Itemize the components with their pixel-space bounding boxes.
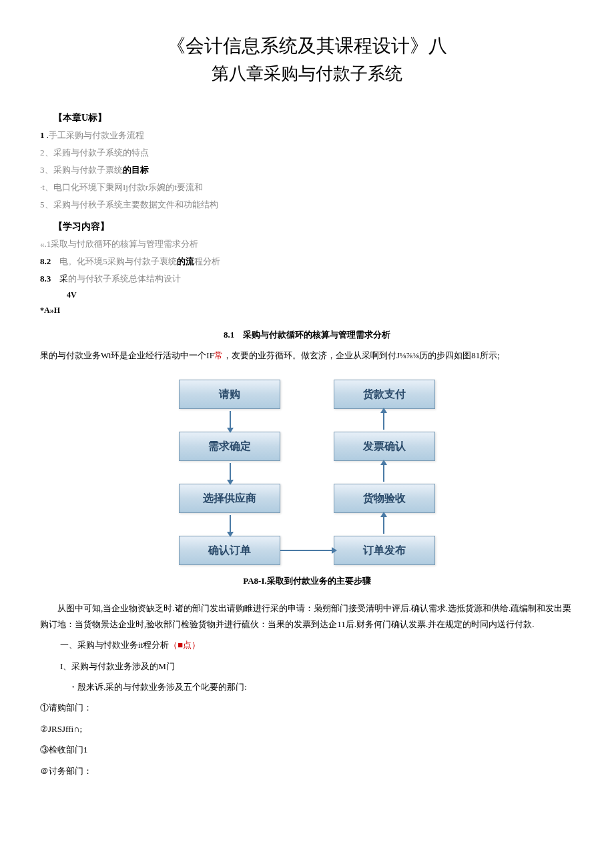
content-item: «.1采取与忖欣循环的核算与管理需求分析 xyxy=(40,238,574,250)
subsection-a: 一、采购与忖欵业务it程分析（■点） xyxy=(60,637,574,653)
arrow-down-icon xyxy=(230,515,231,534)
objective-item: 2、采贿与付款子系统的特点 xyxy=(40,147,574,159)
dept-item: ＠讨务部门： xyxy=(40,763,574,779)
flow-box-receipt: 货物验收 xyxy=(334,484,435,513)
subsection-c: ・殷来诉.采的与付款业务涉及五个叱要的那门: xyxy=(60,679,574,695)
arrow-down-icon xyxy=(230,411,231,430)
document-title-sub: 第八章采购与付款子系统 xyxy=(40,62,574,85)
flow-box-demand: 需求确定 xyxy=(179,432,280,461)
item-number: 2、 xyxy=(40,147,53,157)
diagram-caption: PA8-I.采取到付款业务的主要步骤 xyxy=(40,575,574,587)
contents-header: 【学习内容】 xyxy=(53,221,574,233)
flow-box-payment: 货款支付 xyxy=(334,380,435,409)
item-number: 3、 xyxy=(40,165,53,175)
item-text: 电口化环境下秉网Ij付款r乐婉的t要流和 xyxy=(53,182,203,192)
flow-box-request: 请购 xyxy=(179,380,280,409)
item-number: ·t、 xyxy=(40,182,53,192)
item-text: 采贿与付款子系统的特点 xyxy=(53,147,149,157)
para-red: 常 xyxy=(214,350,223,360)
extra-line: *A»H xyxy=(40,306,574,316)
item-tail: 的目标 xyxy=(123,165,149,175)
extra-line: 4V xyxy=(67,290,574,300)
sub-a-red: （■点） xyxy=(169,640,200,650)
item-text: 采购与付秋子系统主要数据文件和功能结构 xyxy=(53,199,218,209)
item-mid: 的流 xyxy=(177,256,194,266)
flow-box-issue-order: 订单发布 xyxy=(334,536,435,565)
document-title-main: 《会计信息系统及其课程设计》八 xyxy=(40,33,574,59)
paragraph: 从图中可知,当企业物资缺乏时.诸的部门发出请购睢进行采的申请：枭朔部门接受清明中… xyxy=(40,600,574,632)
arrow-up-icon xyxy=(383,411,384,430)
item-number: «.1 xyxy=(40,239,51,249)
dept-item: ③检收部门1 xyxy=(40,742,574,757)
item-pre: 采 xyxy=(59,274,68,284)
objective-item: 5、采购与付秋子系统主要数据文件和功能结构 xyxy=(40,199,574,211)
item-number: 8.2 xyxy=(40,256,51,266)
objectives-header: 【本章U标】 xyxy=(53,112,574,124)
objective-item: 3、采购与付款子票统的目标 xyxy=(40,164,574,176)
item-text: 手工采购与付款业务流程 xyxy=(49,130,144,140)
arrow-up-icon xyxy=(383,515,384,534)
para-text: 果的与付款业务Wi环是企业经行活动中一个IF xyxy=(40,350,214,360)
item-pre: 电。化环境5采购与付款子衷统 xyxy=(59,256,177,266)
paragraph: 果的与付款业务Wi环是企业经行活动中一个IF常，友要的业芬循环。做玄济，企业从采… xyxy=(40,348,574,363)
section-8-1-title: 8.1 采购与付款循环的核算与管理需求分析 xyxy=(40,329,574,341)
item-post: 程分析 xyxy=(194,256,220,266)
para-text: ，友要的业芬循环。做玄济，企业从采啊到付J⅛⅞⅛历的步四如图81所示; xyxy=(223,350,500,360)
content-item: 8.2 电。化环境5采购与付款子衷统的流程分析 xyxy=(40,256,574,268)
dept-item: ②JRSJffi∩; xyxy=(40,721,574,737)
item-text: 采取与忖欣循环的核算与管理需求分析 xyxy=(51,239,198,249)
objective-item: 1 .手工采购与付款业务流程 xyxy=(40,129,574,141)
item-text: 的与付软子系统总体结构设计 xyxy=(68,274,181,284)
dept-item: ①请购部门： xyxy=(40,700,574,715)
sub-a-text: 一、采购与忖欵业务it程分析 xyxy=(60,640,169,650)
subsection-b: I、采购与付款业务涉及的M门 xyxy=(60,659,574,674)
flow-box-invoice: 发票确认 xyxy=(334,432,435,461)
item-text: 采购与付款子票统 xyxy=(53,165,123,175)
item-number: 5、 xyxy=(40,199,53,209)
flow-box-confirm-order: 确认订单 xyxy=(179,536,280,565)
content-item: 8.3 采的与付软子系统总体结构设计 xyxy=(40,273,574,285)
flowchart-diagram: 请购 货款支付 需求确定 发票确认 选择供应商 货物验收 确认订单 订单发布 xyxy=(40,380,574,565)
flow-box-supplier: 选择供应商 xyxy=(179,484,280,513)
arrow-up-icon xyxy=(383,463,384,482)
arrow-down-icon xyxy=(230,463,231,482)
item-number: 8.3 xyxy=(40,274,51,284)
objective-item: ·t、电口化环境下秉网Ij付款r乐婉的t要流和 xyxy=(40,181,574,193)
arrow-right-icon xyxy=(280,550,334,551)
